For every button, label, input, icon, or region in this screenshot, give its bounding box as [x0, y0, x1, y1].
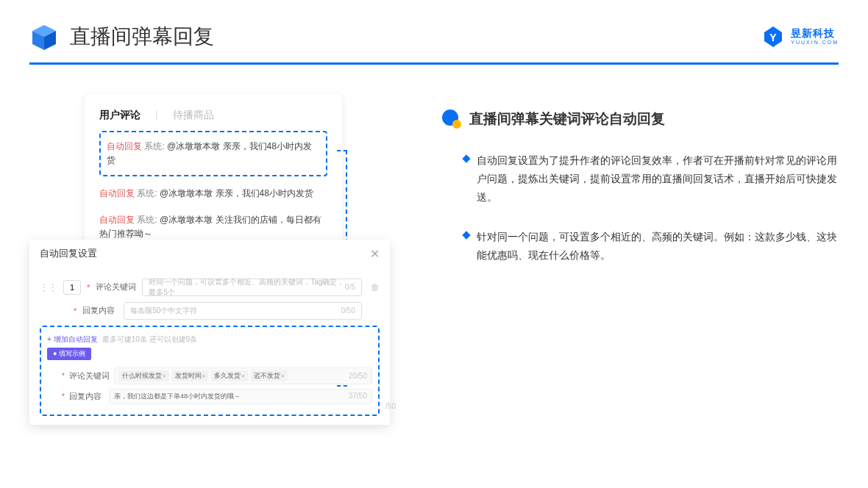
reply-row: * 回复内容 每条限50个中文字符 0/50 — [40, 302, 380, 320]
connector-line-h2 — [337, 385, 347, 387]
brand: Y 昱新科技 YUUXIN.COM — [761, 25, 839, 49]
auto-reply-label: 自动回复 — [99, 188, 135, 198]
tag-chip: 什么时候发货× — [119, 370, 169, 381]
delete-icon[interactable]: 🗑 — [371, 282, 380, 293]
comment-text: @冰墩墩本墩 亲亲，我们48小时内发货 — [160, 188, 313, 198]
chat-bubble-icon — [441, 109, 462, 129]
order-number: 1 — [63, 280, 81, 295]
bullet-text: 自动回复设置为了提升作者的评论回复效率，作者可在开播前针对常见的评论用户问题，提… — [477, 151, 839, 207]
brand-sub: YUUXIN.COM — [791, 40, 839, 46]
close-icon[interactable]: ✕ — [370, 247, 380, 261]
bullet-item: 自动回复设置为了提升作者的评论回复效率，作者可在开播前针对常见的评论用户问题，提… — [463, 151, 839, 207]
reply-counter: 0/50 — [341, 306, 355, 315]
tag-chip: 发货时间× — [172, 370, 209, 381]
comment-row-highlighted: 自动回复 系统: @冰墩墩本墩 亲亲，我们48小时内发货 — [99, 131, 327, 176]
page-header: 直播间弹幕回复 Y 昱新科技 YUUXIN.COM — [0, 0, 868, 62]
drag-handle-icon[interactable]: ⋮⋮ — [40, 282, 57, 293]
left-column: 用户评论 | 待播商品 自动回复 系统: @冰墩墩本墩 亲亲，我们48小时内发货… — [29, 94, 397, 425]
example-reply-counter: 37/50 — [349, 392, 367, 401]
dialog-title: 自动回复设置 — [40, 247, 97, 260]
keyword-counter: 0/5 — [345, 283, 355, 291]
add-auto-reply-link[interactable]: + 增加自动回复 — [47, 334, 98, 345]
right-column: 直播间弹幕关键词评论自动回复 自动回复设置为了提升作者的评论回复效率，作者可在开… — [441, 94, 839, 425]
example-keyword-row: * 评论关键词 什么时候发货× 发货时间× 多久发货× 迟不发货× 20/50 — [47, 367, 372, 384]
header-left: 直播间弹幕回复 — [29, 22, 214, 51]
diamond-icon — [462, 231, 470, 239]
reply-placeholder: 每条限50个中文字符 — [130, 306, 197, 316]
example-keyword-label: 评论关键词 — [69, 370, 110, 381]
system-label: 系统: — [137, 215, 157, 225]
bullet-list: 自动回复设置为了提升作者的评论回复效率，作者可在开播前针对常见的评论用户问题，提… — [441, 151, 839, 265]
example-reply-input[interactable]: 亲，我们这边都是下单48小时内发货的哦～ 37/50 — [109, 389, 372, 404]
example-badge: ● 填写示例 — [47, 348, 91, 360]
settings-dialog: 自动回复设置 ✕ ⋮⋮ 1 * 评论关键词 对同一个问题，可设置多个相近、高频的… — [29, 240, 390, 425]
comment-row: 自动回复 系统: @冰墩墩本墩 亲亲，我们48小时内发货 — [99, 181, 327, 207]
section-header: 直播间弹幕关键词评论自动回复 — [441, 109, 839, 129]
connector-line-h1 — [337, 150, 347, 151]
keyword-input[interactable]: 对同一个问题，可设置多个相近、高频的关键词，Tag确定，最多5个 0/5 — [142, 279, 362, 296]
system-label: 系统: — [144, 141, 164, 151]
auto-reply-label: 自动回复 — [107, 141, 142, 151]
tabs: 用户评论 | 待播商品 — [99, 109, 327, 122]
required-dot: * — [74, 306, 77, 315]
system-label: 系统: — [137, 188, 157, 198]
brand-name: 昱新科技 — [791, 28, 839, 39]
tab-user-comments[interactable]: 用户评论 — [99, 109, 140, 122]
required-dot: * — [87, 283, 90, 292]
reply-label: 回复内容 — [82, 305, 118, 316]
example-keyword-input[interactable]: 什么时候发货× 发货时间× 多久发货× 迟不发货× 20/50 — [114, 367, 372, 384]
reply-input[interactable]: 每条限50个中文字符 0/50 — [124, 302, 362, 320]
example-reply-row: * 回复内容 亲，我们这边都是下单48小时内发货的哦～ 37/50 — [47, 389, 372, 404]
keyword-label: 评论关键词 — [96, 281, 136, 293]
auto-reply-label: 自动回复 — [99, 215, 135, 225]
bullet-text: 针对同一个问题，可设置多个相近的、高频的关键词。例如：这款多少钱、这块能优惠吗、… — [477, 228, 839, 265]
section-title: 直播间弹幕关键词评论自动回复 — [469, 110, 665, 129]
example-kw-counter: 20/50 — [349, 372, 367, 380]
trailing-counter: /50 — [385, 402, 396, 410]
example-box: + 增加自动回复 最多可建10条 还可以创建9条 ● 填写示例 * 评论关键词 … — [40, 326, 380, 416]
brand-logo-icon: Y — [761, 25, 785, 49]
diamond-icon — [462, 154, 470, 162]
bullet-item: 针对同一个问题，可设置多个相近的、高频的关键词。例如：这款多少钱、这块能优惠吗、… — [463, 228, 839, 265]
keyword-row: ⋮⋮ 1 * 评论关键词 对同一个问题，可设置多个相近、高频的关键词，Tag确定… — [40, 279, 380, 296]
tag-chip: 迟不发货× — [251, 370, 288, 381]
example-reply-text: 亲，我们这边都是下单48小时内发货的哦～ — [114, 392, 241, 401]
limit-hint: 最多可建10条 还可以创建9条 — [102, 334, 197, 345]
example-reply-label: 回复内容 — [69, 391, 104, 402]
tab-pending-products[interactable]: 待播商品 — [173, 109, 214, 122]
comments-card: 用户评论 | 待播商品 自动回复 系统: @冰墩墩本墩 亲亲，我们48小时内发货… — [85, 94, 342, 254]
tag-chip: 多久发货× — [211, 370, 248, 381]
page-title: 直播间弹幕回复 — [70, 23, 214, 51]
svg-point-5 — [452, 120, 461, 129]
svg-text:Y: Y — [770, 32, 778, 43]
dialog-header: 自动回复设置 ✕ — [29, 240, 390, 268]
cube-icon — [29, 22, 59, 51]
keyword-placeholder: 对同一个问题，可设置多个相近、高频的关键词，Tag确定，最多5个 — [149, 277, 345, 298]
